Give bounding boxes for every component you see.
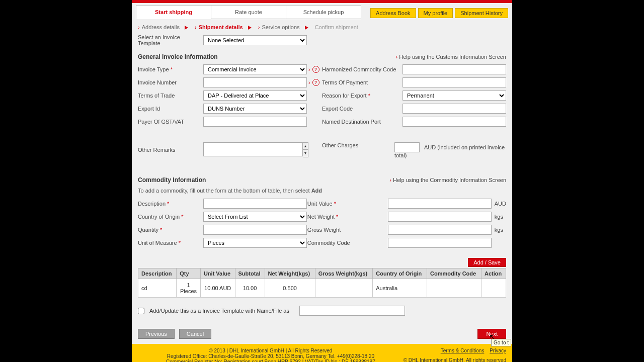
terms-payment-input[interactable] bbox=[403, 77, 506, 87]
my-profile-button[interactable]: My profile bbox=[418, 8, 453, 18]
privacy-link[interactable]: Privacy bbox=[490, 348, 506, 353]
footer: © 2013 | DHL International GmbH | All Ri… bbox=[132, 344, 512, 362]
help-customs-link[interactable]: ›Help using the Customs Information Scre… bbox=[396, 54, 506, 60]
help-icon[interactable]: ? bbox=[312, 79, 319, 86]
help-icon[interactable]: ? bbox=[312, 66, 319, 73]
unit-value-input[interactable] bbox=[388, 199, 492, 209]
template-checkbox[interactable] bbox=[138, 308, 144, 314]
hcc-input[interactable] bbox=[403, 64, 506, 74]
breadcrumb: ›Address details ›Shipment details ›Serv… bbox=[132, 19, 512, 34]
spin-down-icon[interactable]: ▼ bbox=[303, 150, 308, 157]
named-dest-port-input[interactable] bbox=[403, 117, 506, 127]
country-origin-select[interactable]: Select From List bbox=[203, 212, 307, 222]
template-name-input[interactable] bbox=[299, 306, 405, 316]
help-commodity-link[interactable]: ›Help using the Commodity Information Sc… bbox=[389, 177, 506, 183]
add-save-button[interactable]: Add / Save bbox=[468, 258, 506, 267]
tab-rate-quote[interactable]: Rate quote bbox=[211, 5, 286, 19]
invoice-number-input[interactable] bbox=[203, 77, 307, 87]
export-code-input[interactable] bbox=[403, 104, 506, 114]
commodity-code-input[interactable] bbox=[388, 238, 492, 248]
quantity-input[interactable] bbox=[203, 225, 307, 235]
next-button[interactable]: Next ↖ bbox=[477, 329, 506, 339]
invoice-template-select[interactable]: None Selected bbox=[203, 35, 307, 45]
commodity-section-title: Commodity Information bbox=[138, 176, 206, 184]
terms-trade-select[interactable]: DAP - Delivered at Place bbox=[203, 90, 307, 101]
payer-input[interactable] bbox=[203, 117, 307, 127]
address-book-button[interactable]: Address Book bbox=[370, 8, 416, 18]
net-weight-input[interactable] bbox=[388, 212, 492, 222]
uom-select[interactable]: Pieces bbox=[203, 238, 307, 248]
spin-up-icon[interactable]: ▲ bbox=[303, 143, 308, 150]
invoice-type-select[interactable]: Commercial Invoice bbox=[203, 64, 307, 74]
template-checkbox-label: Add/Update this as a Invoice Template wi… bbox=[149, 308, 289, 314]
table-row: cd 1 Pieces 10.00 AUD 10.00 0.500 Austra… bbox=[138, 279, 506, 298]
general-section-title: General Invoice Information bbox=[138, 53, 218, 60]
tab-schedule-pickup[interactable]: Schedule pickup bbox=[286, 5, 361, 19]
tab-start-shipping[interactable]: Start shipping bbox=[136, 5, 211, 19]
description-input[interactable] bbox=[203, 199, 307, 209]
gross-weight-input[interactable] bbox=[388, 225, 492, 235]
previous-button[interactable]: Previous bbox=[138, 329, 175, 339]
other-remarks-textarea[interactable] bbox=[203, 142, 303, 156]
terms-link[interactable]: Terms & Conditions bbox=[441, 348, 485, 353]
commodity-table: Description Qty Unit Value Subtotal Net … bbox=[138, 268, 506, 298]
export-id-select[interactable]: DUNS Number bbox=[203, 104, 307, 114]
reason-export-select[interactable]: Permanent bbox=[403, 90, 506, 101]
tooltip: Go to t bbox=[491, 339, 511, 346]
cancel-button[interactable]: Cancel bbox=[179, 329, 211, 339]
other-charges-input[interactable] bbox=[394, 142, 420, 152]
template-label: Select an Invoice Template bbox=[138, 34, 203, 46]
shipment-history-button[interactable]: Shipment History bbox=[455, 8, 508, 18]
main-tabs: Start shipping Rate quote Schedule picku… bbox=[136, 5, 361, 19]
